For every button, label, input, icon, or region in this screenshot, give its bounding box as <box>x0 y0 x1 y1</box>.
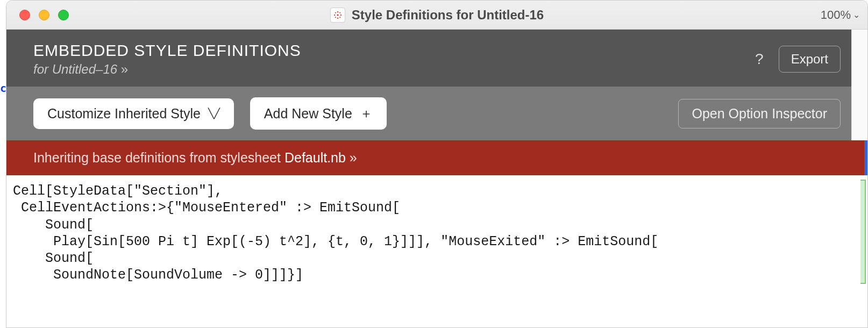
fullscreen-window-button[interactable] <box>58 10 69 20</box>
header-subtitle-name: Untitled–16 <box>52 62 117 76</box>
svg-point-5 <box>335 12 336 13</box>
svg-point-4 <box>340 14 341 16</box>
banner-prefix: Inheriting base definitions from stylesh… <box>33 150 284 165</box>
plus-icon: ＋ <box>360 105 373 122</box>
svg-point-3 <box>334 14 336 16</box>
svg-point-6 <box>339 12 340 13</box>
cell-bracket[interactable] <box>860 180 866 284</box>
customize-inherited-style-button[interactable]: Customize Inherited Style ╲╱ <box>33 98 234 129</box>
open-option-inspector-button[interactable]: Open Option Inspector <box>678 99 841 129</box>
cell-code[interactable]: Cell[StyleData["Section"], CellEventActi… <box>6 175 867 291</box>
zoom-value: 100% <box>821 8 851 22</box>
chevron-right-icon: » <box>121 62 126 76</box>
zoom-control[interactable]: 100% ⌄ <box>821 8 867 22</box>
banner-stylesheet-name: Default.nb <box>284 150 346 165</box>
export-button[interactable]: Export <box>779 46 841 73</box>
add-new-style-button[interactable]: Add New Style ＋ <box>250 97 387 130</box>
svg-point-2 <box>337 17 339 19</box>
window-title: Style Definitions for Untitled-16 <box>352 8 544 23</box>
minimize-window-button[interactable] <box>39 10 49 20</box>
document-icon <box>330 8 345 23</box>
chevron-down-icon: ╲╱ <box>208 108 220 119</box>
svg-point-1 <box>337 11 339 12</box>
header-subtitle-prefix: for <box>33 62 52 76</box>
close-window-button[interactable] <box>19 10 30 20</box>
header-title: EMBEDDED STYLE DEFINITIONS <box>33 41 755 60</box>
svg-point-0 <box>337 14 338 16</box>
traffic-lights <box>6 10 69 20</box>
code-area: Cell[StyleData["Section"], CellEventActi… <box>6 175 867 327</box>
header-subtitle[interactable]: for Untitled–16 » <box>33 62 755 77</box>
help-button[interactable]: ? <box>755 51 764 68</box>
titlebar: Style Definitions for Untitled-16 100% ⌄ <box>6 1 867 30</box>
app-window: Style Definitions for Untitled-16 100% ⌄… <box>6 0 868 328</box>
style-toolbar: Customize Inherited Style ╲╱ Add New Sty… <box>6 87 867 140</box>
customize-label: Customize Inherited Style <box>47 106 201 122</box>
add-label: Add New Style <box>264 106 352 122</box>
chevron-right-icon: » <box>350 150 355 165</box>
svg-point-7 <box>335 17 336 18</box>
chevron-down-icon: ⌄ <box>853 10 860 20</box>
svg-point-8 <box>339 17 340 18</box>
embedded-styles-header: EMBEDDED STYLE DEFINITIONS for Untitled–… <box>6 30 867 87</box>
inheritance-banner[interactable]: Inheriting base definitions from stylesh… <box>6 140 867 175</box>
